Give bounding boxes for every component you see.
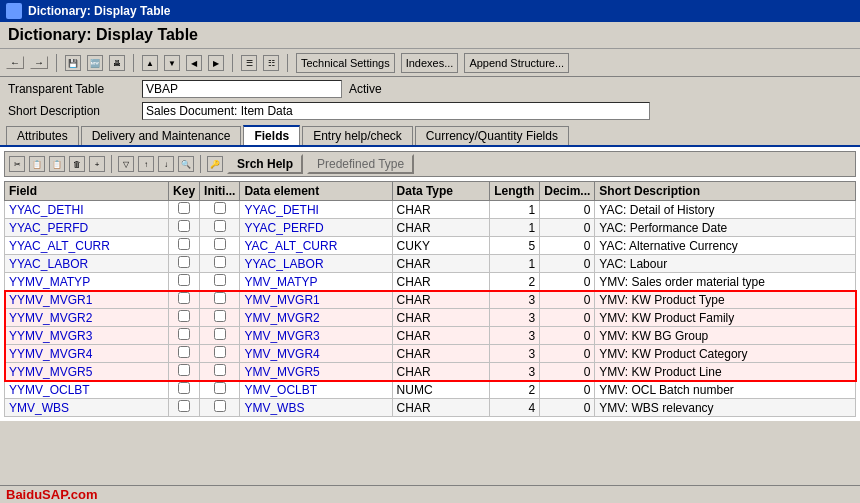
insert-button[interactable]: + — [89, 156, 105, 172]
toolbar-btn-9[interactable]: ☰ — [241, 55, 257, 71]
table-row[interactable]: YYMV_MVGR5YMV_MVGR5CHAR30YMV: KW Product… — [5, 363, 856, 381]
field-name[interactable]: YYMV_MVGR4 — [5, 345, 169, 363]
data-element[interactable]: YMV_MVGR5 — [240, 363, 392, 381]
tab-entry-help[interactable]: Entry help/check — [302, 126, 413, 145]
init-checkbox[interactable] — [200, 291, 240, 309]
technical-settings-button[interactable]: Technical Settings — [296, 53, 395, 73]
separator-2 — [133, 54, 134, 72]
data-element[interactable]: YYAC_LABOR — [240, 255, 392, 273]
cut-button[interactable]: ✂ — [9, 156, 25, 172]
find-button[interactable]: 🔍 — [178, 156, 194, 172]
field-name[interactable]: YYMV_MATYP — [5, 273, 169, 291]
srch-help-button[interactable]: Srch Help — [227, 154, 303, 174]
length: 5 — [490, 237, 540, 255]
data-element[interactable]: YMV_MVGR1 — [240, 291, 392, 309]
toolbar-btn-5[interactable]: ▲ — [142, 55, 158, 71]
field-name[interactable]: YYMV_MVGR5 — [5, 363, 169, 381]
key-checkbox[interactable] — [169, 327, 200, 345]
data-element[interactable]: YMV_MVGR2 — [240, 309, 392, 327]
init-checkbox[interactable] — [200, 273, 240, 291]
field-name[interactable]: YYMV_MVGR3 — [5, 327, 169, 345]
tab-delivery[interactable]: Delivery and Maintenance — [81, 126, 242, 145]
field-name[interactable]: YYAC_LABOR — [5, 255, 169, 273]
init-checkbox[interactable] — [200, 237, 240, 255]
desc-label: Short Description — [8, 104, 138, 118]
filter-button[interactable]: ▽ — [118, 156, 134, 172]
print-button[interactable]: 🖶 — [109, 55, 125, 71]
table-value: VBAP — [142, 80, 342, 98]
tab-attributes[interactable]: Attributes — [6, 126, 79, 145]
key-checkbox[interactable] — [169, 399, 200, 417]
init-checkbox[interactable] — [200, 381, 240, 399]
data-element[interactable]: YMV_OCLBT — [240, 381, 392, 399]
init-checkbox[interactable] — [200, 219, 240, 237]
table-row[interactable]: YYMV_MVGR4YMV_MVGR4CHAR30YMV: KW Product… — [5, 345, 856, 363]
key-checkbox[interactable] — [169, 237, 200, 255]
table-row[interactable]: YMV_WBSYMV_WBSCHAR40YMV: WBS relevancy — [5, 399, 856, 417]
field-name[interactable]: YYMV_OCLBT — [5, 381, 169, 399]
key-checkbox[interactable] — [169, 345, 200, 363]
key-checkbox[interactable] — [169, 219, 200, 237]
key-button[interactable]: 🔑 — [207, 156, 223, 172]
table-row[interactable]: YYMV_OCLBTYMV_OCLBTNUMC20YMV: OCL Batch … — [5, 381, 856, 399]
field-name[interactable]: YYAC_ALT_CURR — [5, 237, 169, 255]
init-checkbox[interactable] — [200, 201, 240, 219]
table-row[interactable]: YYAC_ALT_CURRYAC_ALT_CURRCUKY50YAC: Alte… — [5, 237, 856, 255]
table-row[interactable]: YYMV_MVGR2YMV_MVGR2CHAR30YMV: KW Product… — [5, 309, 856, 327]
table-row[interactable]: YYAC_DETHIYYAC_DETHICHAR10YAC: Detail of… — [5, 201, 856, 219]
col-data-element: Data element — [240, 182, 392, 201]
init-checkbox[interactable] — [200, 309, 240, 327]
key-checkbox[interactable] — [169, 201, 200, 219]
field-name[interactable]: YYMV_MVGR1 — [5, 291, 169, 309]
forward-button[interactable]: → — [30, 56, 48, 69]
status-text: BaiduSAP.com — [6, 487, 98, 502]
data-element[interactable]: YAC_ALT_CURR — [240, 237, 392, 255]
predefined-type-button[interactable]: Predefined Type — [307, 154, 414, 174]
field-name[interactable]: YMV_WBS — [5, 399, 169, 417]
indexes-button[interactable]: Indexes... — [401, 53, 459, 73]
toolbar-btn-10[interactable]: ☷ — [263, 55, 279, 71]
key-checkbox[interactable] — [169, 309, 200, 327]
copy-button[interactable]: 📋 — [29, 156, 45, 172]
key-checkbox[interactable] — [169, 291, 200, 309]
init-checkbox[interactable] — [200, 399, 240, 417]
init-checkbox[interactable] — [200, 327, 240, 345]
toolbar-btn-6[interactable]: ▼ — [164, 55, 180, 71]
data-element[interactable]: YMV_MVGR4 — [240, 345, 392, 363]
data-element[interactable]: YYAC_DETHI — [240, 201, 392, 219]
decimals: 0 — [540, 399, 595, 417]
save-button[interactable]: 💾 — [65, 55, 81, 71]
back-button[interactable]: ← — [6, 56, 24, 69]
key-checkbox[interactable] — [169, 255, 200, 273]
field-name[interactable]: YYAC_PERFD — [5, 219, 169, 237]
key-checkbox[interactable] — [169, 381, 200, 399]
data-element[interactable]: YMV_WBS — [240, 399, 392, 417]
init-checkbox[interactable] — [200, 345, 240, 363]
key-checkbox[interactable] — [169, 363, 200, 381]
toolbar-btn-8[interactable]: ▶ — [208, 55, 224, 71]
table-row[interactable]: YYAC_PERFDYYAC_PERFDCHAR10YAC: Performan… — [5, 219, 856, 237]
shortcut-button[interactable]: 🆕 — [87, 55, 103, 71]
length: 3 — [490, 327, 540, 345]
table-row[interactable]: YYMV_MVGR1YMV_MVGR1CHAR30YMV: KW Product… — [5, 291, 856, 309]
field-name[interactable]: YYAC_DETHI — [5, 201, 169, 219]
field-name[interactable]: YYMV_MVGR2 — [5, 309, 169, 327]
delete-button[interactable]: 🗑 — [69, 156, 85, 172]
init-checkbox[interactable] — [200, 255, 240, 273]
tab-currency[interactable]: Currency/Quantity Fields — [415, 126, 569, 145]
table-row[interactable]: YYAC_LABORYYAC_LABORCHAR10YAC: Labour — [5, 255, 856, 273]
data-element[interactable]: YYAC_PERFD — [240, 219, 392, 237]
paste-button[interactable]: 📋 — [49, 156, 65, 172]
data-element[interactable]: YMV_MVGR3 — [240, 327, 392, 345]
toolbar-btn-7[interactable]: ◀ — [186, 55, 202, 71]
sort-asc-button[interactable]: ↑ — [138, 156, 154, 172]
table-row[interactable]: YYMV_MATYPYMV_MATYPCHAR20YMV: Sales orde… — [5, 273, 856, 291]
key-checkbox[interactable] — [169, 273, 200, 291]
init-checkbox[interactable] — [200, 363, 240, 381]
append-structure-button[interactable]: Append Structure... — [464, 53, 569, 73]
sort-desc-button[interactable]: ↓ — [158, 156, 174, 172]
table-row[interactable]: YYMV_MVGR3YMV_MVGR3CHAR30YMV: KW BG Grou… — [5, 327, 856, 345]
data-element[interactable]: YMV_MATYP — [240, 273, 392, 291]
short-description: YMV: KW Product Category — [595, 345, 856, 363]
tab-fields[interactable]: Fields — [243, 125, 300, 145]
